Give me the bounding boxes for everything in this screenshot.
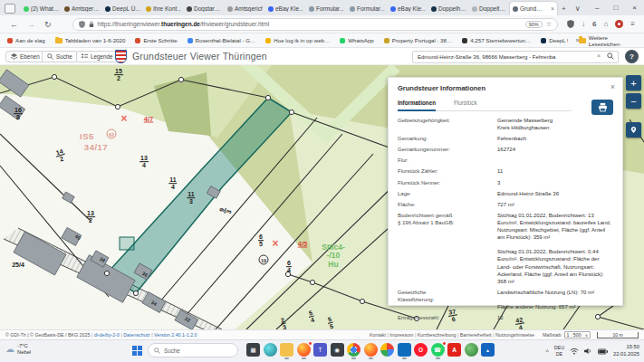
browser-tab[interactable]: DeepL Ü… — [102, 2, 143, 15]
taskbar-search[interactable]: Suche — [148, 343, 238, 357]
footer-link[interactable]: Kontakt — [370, 332, 386, 338]
ebenen-button[interactable]: Ebenen — [5, 51, 45, 62]
footer-link[interactable]: Version 2.40.1-1.2.0 — [154, 332, 197, 338]
weather-temp: -7°C — [17, 343, 28, 348]
printer-icon — [598, 102, 608, 112]
browser-tab[interactable]: Doppelt… — [469, 2, 510, 15]
google-icon — [187, 38, 193, 43]
protections-shield-icon[interactable] — [567, 20, 574, 28]
browser-tab[interactable]: Dogstar… — [184, 2, 225, 15]
deepl-icon — [105, 6, 111, 12]
url-bar[interactable]: https://thueringenviewer.thueringen.de/t… — [72, 18, 558, 31]
bookmark-item[interactable]: Aan de slag — [7, 37, 45, 43]
browser-tab[interactable]: Amtsger… — [62, 2, 102, 15]
browser-tab[interactable]: Grund…× — [510, 2, 557, 15]
panel-close-icon[interactable]: × — [610, 82, 615, 91]
edge-icon[interactable] — [264, 343, 277, 357]
whatsapp-icon[interactable]: ☎ — [431, 343, 445, 357]
bookmark-item[interactable]: Property Portugal : 38… — [384, 37, 452, 43]
photos-icon[interactable] — [380, 343, 394, 357]
footer-link[interactable]: Datenschutz — [123, 332, 149, 338]
panel-tab-flurstück[interactable]: Flurstück — [454, 97, 477, 110]
outlook-icon[interactable] — [398, 343, 411, 357]
footer-link[interactable]: Barrierefreiheit — [460, 332, 492, 338]
legende-button[interactable]: Legende — [76, 51, 119, 62]
extension-paw-icon[interactable] — [615, 20, 623, 28]
running-indicator — [351, 357, 356, 359]
acrobat-icon[interactable]: A — [447, 343, 461, 357]
close-button[interactable]: × — [625, 4, 644, 12]
forward-button[interactable]: → — [23, 20, 40, 29]
earth-icon[interactable] — [465, 343, 478, 357]
reload-button[interactable]: ↻ — [40, 20, 56, 29]
bookmark-item[interactable]: Erste Schritte — [135, 37, 177, 43]
page-zoom-badge[interactable]: 90% — [525, 21, 543, 28]
browser-tab[interactable]: eBay Kle… — [265, 2, 306, 15]
teams-icon[interactable]: T — [313, 343, 327, 357]
bookmark-label: Aan de slag — [15, 37, 45, 43]
footer-link[interactable]: Kurzbeschreibung — [418, 332, 457, 338]
browser-tab[interactable]: Doppelh… — [428, 2, 469, 15]
start-button[interactable] — [132, 346, 142, 356]
browser-tab[interactable]: Formular… — [347, 2, 388, 15]
browser-tab[interactable]: Formular… — [306, 2, 347, 15]
browser-tab[interactable]: Ihre Kont… — [143, 2, 184, 15]
weather-widget[interactable]: ☁ -7°CNebel — [5, 343, 31, 356]
task-view-icon[interactable]: ▦ — [246, 343, 260, 357]
footer-link[interactable]: Nutzungshinweise — [495, 332, 534, 338]
other-bookmarks[interactable]: Weitere Lesezeichen — [579, 34, 637, 47]
new-tab-button[interactable]: + — [557, 5, 571, 15]
folder-icon — [579, 38, 585, 43]
downloads-icon[interactable]: ↓ — [582, 20, 585, 28]
minimize-button[interactable]: – — [588, 4, 606, 12]
bookmark-star-icon[interactable]: ☆ — [546, 21, 552, 28]
language-switcher[interactable]: DEUDE — [554, 345, 564, 357]
speaker-icon[interactable] — [584, 348, 592, 355]
bookmark-item[interactable]: Tabbladen van 1-6-2020 — [55, 37, 126, 43]
bookmark-item[interactable]: WhatsApp — [340, 37, 374, 43]
wifi-icon[interactable] — [570, 348, 579, 355]
footer-link[interactable]: Impressum — [389, 332, 413, 338]
browser-tab[interactable]: eBay Kle… — [388, 2, 428, 15]
gallery-icon[interactable]: ▲ — [481, 343, 495, 357]
bookmark-item[interactable]: Hoe log ik in op web… — [265, 37, 330, 43]
zoom-out-button[interactable]: − — [626, 93, 641, 109]
bookmark-label: Rosenthal-Bielatal - G… — [196, 37, 256, 43]
search-clear-icon[interactable]: × — [597, 52, 601, 59]
footer-link[interactable]: dl-de/by-2-0 — [94, 332, 120, 338]
site-icon — [462, 38, 467, 43]
back-button[interactable]: ← — [5, 20, 23, 29]
home-icon[interactable]: ⌂ — [603, 20, 608, 28]
firefox-icon[interactable] — [297, 343, 311, 357]
file-explorer-icon[interactable] — [280, 343, 293, 357]
opera-icon[interactable]: O — [414, 343, 428, 357]
permissions-shield-icon[interactable] — [79, 21, 85, 28]
bookmark-item[interactable]: 4.257 Sternebewertun… — [462, 37, 531, 43]
zoom-in-button[interactable]: + — [626, 75, 641, 90]
battery-icon[interactable] — [598, 348, 608, 355]
camera-icon[interactable]: ◉ — [331, 343, 344, 357]
page-title: Grundsteuer Viewer Thüringen — [132, 51, 267, 62]
extension-six-icon[interactable]: 6 — [592, 20, 596, 28]
clock[interactable]: 15:5022.01.2025 — [613, 344, 639, 357]
tab-list-button[interactable]: ∨ — [571, 5, 585, 15]
chrome-icon[interactable] — [347, 343, 360, 357]
maximize-button[interactable]: □ — [606, 4, 625, 12]
scale-select[interactable]: 1 : 500 ∨ — [564, 331, 591, 338]
tab-overview-icon[interactable] — [5, 4, 15, 14]
menu-icon[interactable]: ≡ — [630, 20, 635, 28]
tab-close-icon[interactable]: × — [551, 5, 554, 12]
browser-tab[interactable]: (2) What… — [21, 2, 62, 15]
bookmark-item[interactable]: DeepL Übersetzer: Der… — [541, 37, 568, 43]
suche-button[interactable]: Suche — [42, 51, 78, 62]
firefox-2-icon[interactable] — [364, 343, 378, 357]
browser-tab[interactable]: Amtsgericht — [225, 2, 265, 15]
panel-tab-informationen[interactable]: Informationen — [398, 97, 436, 111]
help-button[interactable]: ? — [625, 50, 639, 63]
address-search-input[interactable] — [412, 51, 619, 63]
tray-chevron-icon[interactable]: ^ — [546, 348, 549, 355]
bookmark-item[interactable]: Rosenthal-Bielatal - G… — [187, 37, 256, 43]
locate-button[interactable] — [626, 122, 641, 138]
print-button[interactable] — [591, 100, 613, 115]
search-submit-icon[interactable] — [607, 52, 614, 60]
